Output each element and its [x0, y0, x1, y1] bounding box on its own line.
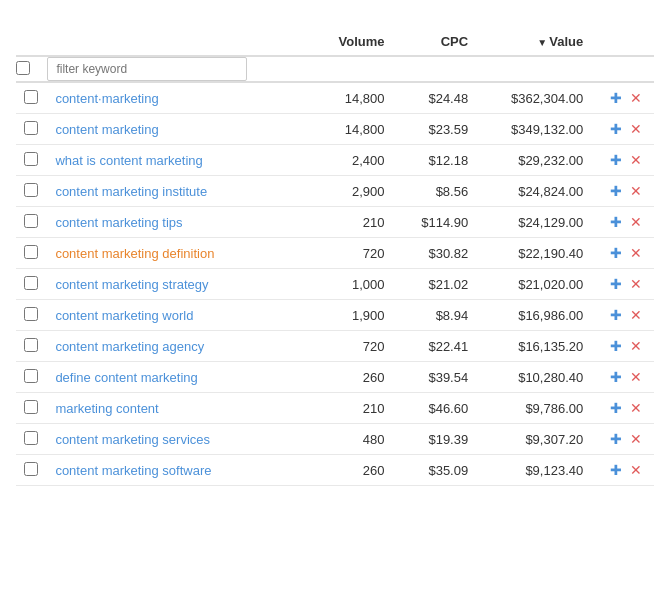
add-keyword-button[interactable]: ✚	[606, 430, 626, 448]
remove-keyword-button[interactable]: ✕	[626, 337, 646, 355]
value-cell: $16,986.00	[476, 300, 591, 331]
volume-value: 720	[298, 331, 392, 362]
table-row: content marketing institute2,900$8.56$24…	[16, 176, 654, 207]
row-actions: ✚✕	[591, 207, 654, 238]
table-row: what is content marketing2,400$12.18$29,…	[16, 145, 654, 176]
row-checkbox[interactable]	[24, 245, 38, 259]
keyword-link[interactable]: content marketing services	[55, 432, 210, 447]
col-header-keyword	[47, 28, 298, 56]
add-keyword-button[interactable]: ✚	[606, 461, 626, 479]
volume-value: 14,800	[298, 82, 392, 114]
add-keyword-button[interactable]: ✚	[606, 306, 626, 324]
cpc-value: $12.18	[393, 145, 477, 176]
value-cell: $9,307.20	[476, 424, 591, 455]
table-row: content marketing strategy1,000$21.02$21…	[16, 269, 654, 300]
volume-value: 720	[298, 238, 392, 269]
add-keyword-button[interactable]: ✚	[606, 120, 626, 138]
remove-keyword-button[interactable]: ✕	[626, 213, 646, 231]
remove-keyword-button[interactable]: ✕	[626, 461, 646, 479]
row-checkbox[interactable]	[24, 90, 38, 104]
cpc-value: $23.59	[393, 114, 477, 145]
row-actions: ✚✕	[591, 300, 654, 331]
table-row: content marketing world1,900$8.94$16,986…	[16, 300, 654, 331]
select-all-checkbox[interactable]	[16, 61, 30, 75]
table-row: content·marketing14,800$24.48$362,304.00…	[16, 82, 654, 114]
volume-value: 210	[298, 393, 392, 424]
add-keyword-button[interactable]: ✚	[606, 399, 626, 417]
keyword-link[interactable]: define content marketing	[55, 370, 197, 385]
remove-keyword-button[interactable]: ✕	[626, 368, 646, 386]
volume-value: 1,900	[298, 300, 392, 331]
remove-keyword-button[interactable]: ✕	[626, 182, 646, 200]
remove-keyword-button[interactable]: ✕	[626, 244, 646, 262]
add-keyword-button[interactable]: ✚	[606, 151, 626, 169]
row-checkbox[interactable]	[24, 152, 38, 166]
remove-keyword-button[interactable]: ✕	[626, 430, 646, 448]
row-actions: ✚✕	[591, 145, 654, 176]
row-checkbox[interactable]	[24, 400, 38, 414]
cpc-value: $30.82	[393, 238, 477, 269]
cpc-value: $24.48	[393, 82, 477, 114]
volume-value: 260	[298, 362, 392, 393]
add-keyword-button[interactable]: ✚	[606, 182, 626, 200]
remove-keyword-button[interactable]: ✕	[626, 306, 646, 324]
row-checkbox[interactable]	[24, 307, 38, 321]
row-actions: ✚✕	[591, 82, 654, 114]
value-cell: $21,020.00	[476, 269, 591, 300]
keyword-link[interactable]: what is content marketing	[55, 153, 202, 168]
cpc-value: $8.56	[393, 176, 477, 207]
add-keyword-button[interactable]: ✚	[606, 213, 626, 231]
cpc-value: $22.41	[393, 331, 477, 362]
row-actions: ✚✕	[591, 238, 654, 269]
keyword-link[interactable]: content·marketing	[55, 91, 158, 106]
row-checkbox[interactable]	[24, 276, 38, 290]
keyword-link[interactable]: content marketing tips	[55, 215, 182, 230]
row-actions: ✚✕	[591, 176, 654, 207]
remove-keyword-button[interactable]: ✕	[626, 275, 646, 293]
row-actions: ✚✕	[591, 362, 654, 393]
value-cell: $24,129.00	[476, 207, 591, 238]
remove-keyword-button[interactable]: ✕	[626, 151, 646, 169]
value-cell: $362,304.00	[476, 82, 591, 114]
keyword-link[interactable]: content marketing world	[55, 308, 193, 323]
table-row: define content marketing260$39.54$10,280…	[16, 362, 654, 393]
remove-keyword-button[interactable]: ✕	[626, 120, 646, 138]
remove-keyword-button[interactable]: ✕	[626, 89, 646, 107]
add-keyword-button[interactable]: ✚	[606, 89, 626, 107]
volume-value: 1,000	[298, 269, 392, 300]
value-cell: $349,132.00	[476, 114, 591, 145]
keyword-link[interactable]: content marketing strategy	[55, 277, 208, 292]
value-cell: $9,786.00	[476, 393, 591, 424]
row-checkbox[interactable]	[24, 462, 38, 476]
row-actions: ✚✕	[591, 269, 654, 300]
value-cell: $9,123.40	[476, 455, 591, 486]
add-keyword-button[interactable]: ✚	[606, 244, 626, 262]
add-keyword-button[interactable]: ✚	[606, 368, 626, 386]
row-checkbox[interactable]	[24, 431, 38, 445]
keyword-link[interactable]: marketing content	[55, 401, 158, 416]
row-checkbox[interactable]	[24, 214, 38, 228]
keyword-results-table: Volume CPC ▼Value content·marketing14,80…	[16, 28, 654, 486]
cpc-value: $39.54	[393, 362, 477, 393]
col-header-actions	[591, 28, 654, 56]
remove-keyword-button[interactable]: ✕	[626, 399, 646, 417]
row-checkbox[interactable]	[24, 183, 38, 197]
volume-value: 260	[298, 455, 392, 486]
volume-value: 2,400	[298, 145, 392, 176]
keyword-link[interactable]: content marketing institute	[55, 184, 207, 199]
keyword-link[interactable]: content marketing definition	[55, 246, 214, 261]
keyword-link[interactable]: content marketing software	[55, 463, 211, 478]
table-row: marketing content210$46.60$9,786.00✚✕	[16, 393, 654, 424]
col-header-value[interactable]: ▼Value	[476, 28, 591, 56]
volume-value: 210	[298, 207, 392, 238]
row-checkbox[interactable]	[24, 338, 38, 352]
keyword-link[interactable]: content marketing	[55, 122, 158, 137]
row-checkbox[interactable]	[24, 121, 38, 135]
cpc-value: $114.90	[393, 207, 477, 238]
add-keyword-button[interactable]: ✚	[606, 275, 626, 293]
filter-keyword-input[interactable]	[47, 57, 247, 81]
add-keyword-button[interactable]: ✚	[606, 337, 626, 355]
keyword-link[interactable]: content marketing agency	[55, 339, 204, 354]
row-checkbox[interactable]	[24, 369, 38, 383]
value-cell: $10,280.40	[476, 362, 591, 393]
